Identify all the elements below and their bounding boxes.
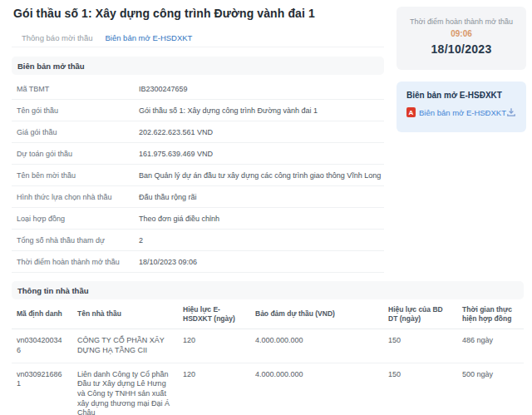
- opening-record-card: Biên bản mở thầu Mã TBMT IB2300247659 Tê…: [12, 57, 384, 273]
- detail-label: Giá gói thầu: [12, 128, 139, 136]
- document-link[interactable]: Biên bản mở E-HSĐXKT: [419, 108, 506, 117]
- tab-divider: [12, 47, 384, 47]
- detail-value: Ban Quản lý dự án đầu tư xây dựng các cô…: [139, 171, 381, 180]
- detail-label: Tổng số nhà thầu tham dự: [12, 236, 139, 245]
- completion-time: 09:06: [397, 29, 526, 38]
- contractor-bid-guarantee: 4.000.000.000: [250, 329, 383, 363]
- contractor-name: CÔNG TY CỔ PHẦN XÂY DỰNG HẠ TẦNG CII: [72, 329, 178, 363]
- detail-label: Tên gói thầu: [12, 106, 139, 115]
- detail-label: Hình thức lựa chọn nhà thầu: [12, 193, 139, 201]
- tab-opening-record[interactable]: Biên bản mở E-HSDXKT: [105, 33, 192, 42]
- detail-row: Hình thức lựa chọn nhà thầu Đấu thầu rộn…: [12, 186, 384, 208]
- detail-label: Tên bên mời thầu: [12, 171, 139, 180]
- document-card: Biên bản mở E-HSĐXKT A Biên bản mở E-HSĐ…: [397, 82, 526, 132]
- detail-row: Mã TBMT IB2300247659: [12, 78, 384, 100]
- detail-value: Đấu thầu rộng rãi: [139, 193, 197, 201]
- page-title: Gói thầu số 1: Xây dựng công trình Đường…: [13, 7, 315, 20]
- contractor-name: Liên danh Công ty Cổ phần Đầu tư Xây dựn…: [72, 363, 178, 415]
- detail-row: Giá gói thầu 202.622.623.561 VND: [12, 121, 384, 143]
- detail-value: IB2300247659: [139, 85, 188, 93]
- contractor-bid-guarantee: 4.000.000.000: [250, 363, 383, 415]
- detail-value: 2: [139, 236, 143, 245]
- detail-value: Theo đơn giá điều chỉnh: [139, 215, 219, 223]
- completion-label: Thời điểm hoàn thành mở thầu: [397, 17, 526, 26]
- detail-value: Gói thầu số 1: Xây dựng công trình Đường…: [139, 106, 318, 115]
- table-header-row: Mã định danh Tên nhà thầu Hiệu lực E-HSD…: [12, 299, 524, 329]
- detail-value: 202.622.623.561 VND: [139, 128, 213, 136]
- section-title: Thông tin nhà thầu: [17, 286, 88, 295]
- detail-row: Dự toán gói thầu 161.975.639.469 VND: [12, 143, 384, 165]
- detail-row: Loại hợp đồng Theo đơn giá điều chỉnh: [12, 208, 384, 230]
- column-header-bddt-validity: Hiệu lực của BD DT (ngày): [383, 299, 457, 329]
- document-card-title: Biên bản mở E-HSĐXKT: [406, 91, 516, 100]
- contractors-card: Thông tin nhà thầu Mã định danh Tên nhà …: [12, 281, 524, 415]
- contractors-section-header: Thông tin nhà thầu: [12, 281, 524, 299]
- detail-row: Tên gói thầu Gói thầu số 1: Xây dựng côn…: [12, 100, 384, 121]
- contractor-ehsdxkt-validity: 120: [178, 363, 250, 415]
- detail-value: 161.975.639.469 VND: [139, 150, 213, 158]
- completion-date: 18/10/2023: [397, 42, 526, 56]
- contractor-contract-duration: 500 ngày: [457, 363, 524, 415]
- detail-row: Thời điểm hoàn thành mở thầu 18/10/2023 …: [12, 251, 384, 273]
- contractor-id: vn0309216861: [12, 363, 72, 415]
- column-header-contract-duration: Thời gian thực hiện hợp đồng: [457, 299, 524, 329]
- detail-value: 18/10/2023 09:06: [139, 258, 197, 266]
- tab-bar: Thông báo mời thầu Biên bản mở E-HSDXKT: [22, 33, 192, 42]
- detail-label: Loại hợp đồng: [12, 215, 139, 223]
- completion-time-card: Thời điểm hoàn thành mở thầu 09:06 18/10…: [397, 7, 526, 70]
- contractor-bddt-validity: 150: [383, 329, 457, 363]
- contractor-row: vn0304200346 CÔNG TY CỔ PHẦN XÂY DỰNG HẠ…: [12, 329, 524, 363]
- contractor-ehsdxkt-validity: 120: [178, 329, 250, 363]
- download-button[interactable]: [506, 107, 516, 117]
- section-title: Biên bản mở thầu: [17, 62, 85, 71]
- detail-rows: Mã TBMT IB2300247659 Tên gói thầu Gói th…: [12, 78, 384, 273]
- column-header-bid-guarantee: Bảo đảm dự thầu (VND): [250, 299, 383, 329]
- column-header-ehsdxkt-validity: Hiệu lực E-HSDXKT (ngày): [178, 299, 250, 329]
- contractor-row: vn0309216861 Liên danh Công ty Cổ phần Đ…: [12, 363, 524, 415]
- detail-label: Mã TBMT: [12, 85, 139, 93]
- document-link-row: A Biên bản mở E-HSĐXKT: [406, 107, 516, 117]
- column-header-name: Tên nhà thầu: [72, 299, 178, 329]
- column-header-id: Mã định danh: [12, 299, 72, 329]
- pdf-icon: A: [406, 107, 416, 117]
- detail-label: Thời điểm hoàn thành mở thầu: [12, 258, 139, 266]
- contractor-contract-duration: 486 ngày: [457, 329, 524, 363]
- contractors-table: Mã định danh Tên nhà thầu Hiệu lực E-HSD…: [12, 299, 524, 415]
- opening-record-section-header: Biên bản mở thầu: [12, 57, 384, 75]
- tab-notice[interactable]: Thông báo mời thầu: [22, 33, 92, 42]
- detail-label: Dự toán gói thầu: [12, 150, 139, 158]
- contractor-bddt-validity: 150: [383, 363, 457, 415]
- download-icon: [506, 107, 516, 117]
- detail-row: Tên bên mời thầu Ban Quản lý dự án đầu t…: [12, 165, 384, 186]
- detail-row: Tổng số nhà thầu tham dự 2: [12, 230, 384, 251]
- contractor-id: vn0304200346: [12, 329, 72, 363]
